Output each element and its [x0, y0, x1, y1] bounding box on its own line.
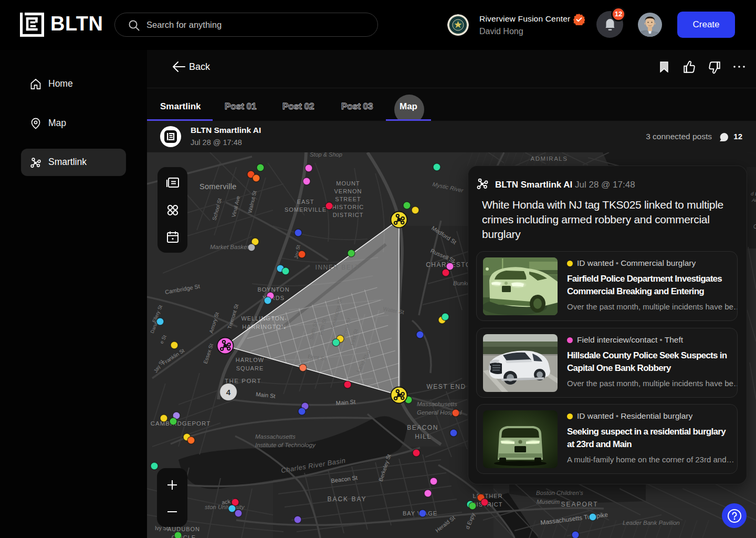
svg-text:HILL: HILL	[415, 433, 431, 440]
svg-text:VERNON: VERNON	[334, 188, 362, 194]
svg-text:Museum: Museum	[537, 499, 560, 505]
svg-text:BEACON: BEACON	[407, 424, 438, 431]
svg-text:EAST: EAST	[297, 199, 314, 205]
svg-text:Airp: Airp	[751, 197, 756, 203]
svg-text:HISTORIC: HISTORIC	[332, 204, 364, 210]
svg-text:4: 4	[226, 388, 231, 397]
svg-text:O: O	[753, 224, 756, 230]
svg-text:Stop & Shop: Stop & Shop	[310, 152, 342, 158]
svg-text:WEST END: WEST END	[426, 383, 466, 390]
svg-text:Market Basket: Market Basket	[210, 244, 249, 250]
svg-text:SQUARE: SQUARE	[236, 365, 264, 371]
svg-text:HARLOW: HARLOW	[236, 357, 264, 363]
svg-text:d Ba: d Ba	[751, 191, 756, 196]
svg-text:STREET: STREET	[335, 196, 361, 202]
svg-text:MOUNT: MOUNT	[336, 180, 360, 187]
svg-text:ADMIRALS: ADMIRALS	[531, 156, 568, 162]
svg-text:Massachusetts: Massachusetts	[255, 433, 296, 440]
svg-text:BOYNTON: BOYNTON	[257, 286, 289, 293]
svg-text:Boston Children's: Boston Children's	[536, 490, 583, 496]
svg-text:DISTRICT: DISTRICT	[333, 212, 364, 218]
svg-text:BACK BAY: BACK BAY	[327, 495, 366, 503]
svg-text:Institute of Technology: Institute of Technology	[255, 442, 316, 448]
svg-text:INNER BELT: INNER BELT	[316, 264, 360, 271]
svg-text:Leader Bank Pavilion: Leader Bank Pavilion	[623, 520, 680, 526]
svg-text:Somerville: Somerville	[200, 182, 237, 191]
svg-text:SOMERVILLE: SOMERVILLE	[285, 206, 327, 213]
svg-text:SEAPORT: SEAPORT	[561, 501, 598, 508]
svg-text:CAMBRIDGEPORT: CAMBRIDGEPORT	[151, 420, 211, 427]
svg-text:Massachusetts: Massachusetts	[417, 401, 457, 407]
